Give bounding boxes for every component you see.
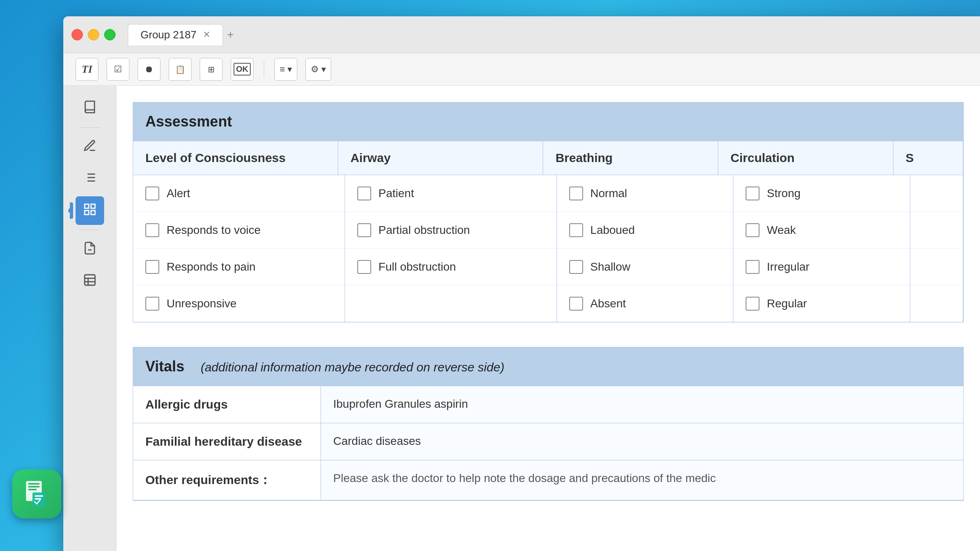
label-strong: Strong	[767, 187, 801, 200]
vitals-value-allergic[interactable]: Ibuprofen Granules aspirin	[321, 386, 963, 423]
col-headers-row: Level of Consciousness Airway Breathing …	[133, 141, 963, 175]
ok-tool-button[interactable]: OK	[231, 58, 254, 81]
vitals-subtitle: (additional information maybe recorded o…	[200, 360, 504, 374]
close-button[interactable]	[71, 29, 83, 40]
maximize-button[interactable]	[104, 29, 116, 40]
sidebar-item-book[interactable]	[76, 94, 104, 122]
doc-icon	[83, 241, 97, 258]
grid-icon	[83, 202, 97, 219]
checkbox-partial-obstruction[interactable]	[357, 223, 371, 237]
checkbox-tool-button[interactable]: ☑	[107, 58, 129, 81]
vitals-label-other: Other requirements：	[133, 460, 321, 500]
label-normal: Normal	[590, 187, 627, 200]
checkbox-absent[interactable]	[569, 297, 583, 311]
svg-rect-9	[85, 210, 89, 214]
list-item: Weak	[733, 212, 909, 249]
tab-close-button[interactable]: ✕	[203, 29, 210, 40]
checkbox-irregular[interactable]	[746, 260, 760, 274]
list-item-s2	[910, 212, 963, 249]
vitals-value-hereditary[interactable]: Cardiac diseases	[321, 423, 963, 460]
label-weak: Weak	[767, 224, 796, 237]
svg-rect-6	[85, 204, 89, 208]
book-icon	[83, 100, 97, 117]
tab-title: Group 2187	[140, 29, 196, 41]
minimize-button[interactable]	[88, 29, 99, 40]
label-patient: Patient	[379, 187, 414, 200]
list-item: Regular	[733, 285, 909, 322]
label-shallow: Shallow	[590, 260, 630, 273]
checkbox-unresponsive[interactable]	[145, 297, 159, 311]
sidebar-item-grid[interactable]	[76, 196, 104, 225]
col-header-circulation: Circulation	[718, 141, 893, 175]
list-item: Absent	[557, 285, 733, 322]
settings-tool-dropdown[interactable]: ⚙ ▾	[305, 58, 331, 81]
col-circulation-data: Strong Weak Irregular Regular	[733, 175, 910, 322]
sidebar-item-list[interactable]	[76, 164, 104, 193]
label-responds-voice: Responds to voice	[167, 224, 261, 237]
layout-tool-button[interactable]: ⊞	[200, 58, 223, 81]
list-item-s4	[910, 285, 963, 322]
active-tab[interactable]: Group 2187 ✕	[128, 24, 223, 45]
active-indicator	[68, 208, 73, 213]
label-full-obstruction: Full obstruction	[379, 260, 456, 273]
checkbox-weak[interactable]	[746, 223, 760, 237]
label-partial-obstruction: Partial obstruction	[379, 224, 470, 237]
form-tool-button[interactable]: 📋	[169, 58, 192, 81]
checkbox-patient[interactable]	[357, 187, 371, 200]
list-item: Responds to pain	[133, 249, 345, 285]
new-tab-button[interactable]: +	[227, 28, 234, 41]
col-header-breathing: Breathing	[543, 141, 718, 175]
checkbox-laboued[interactable]	[569, 223, 583, 237]
checkbox-shallow[interactable]	[569, 260, 583, 274]
checkbox-normal[interactable]	[569, 187, 583, 200]
vitals-header: Vitals (additional information maybe rec…	[133, 347, 963, 386]
record-tool-icon: ⏺	[145, 64, 154, 75]
checkbox-responds-pain[interactable]	[145, 260, 159, 274]
checkbox-alert[interactable]	[145, 187, 159, 200]
col-s-data	[910, 175, 963, 322]
sidebar-sep-2	[80, 230, 100, 230]
toolbar-separator-1	[264, 61, 264, 78]
svg-rect-7	[91, 204, 95, 208]
checkbox-full-obstruction[interactable]	[357, 260, 371, 274]
label-irregular: Irregular	[767, 260, 809, 273]
label-absent: Absent	[590, 297, 626, 310]
list-item: Irregular	[733, 249, 909, 285]
layout-tool-icon: ⊞	[208, 64, 215, 74]
list-item: Shallow	[557, 249, 733, 285]
sidebar-item-highlight[interactable]	[76, 133, 104, 161]
title-bar: Group 2187 ✕ +	[63, 16, 980, 53]
list-item: Patient	[345, 175, 557, 212]
vitals-row-hereditary: Familial hereditary disease Cardiac dise…	[133, 423, 963, 460]
label-unresponsive: Unresponsive	[167, 297, 236, 310]
dropdown-arrow: ▾	[287, 64, 292, 75]
text-tool-button[interactable]: TI	[76, 58, 98, 81]
list-item: Normal	[557, 175, 733, 212]
vitals-section: Vitals (additional information maybe rec…	[133, 347, 964, 501]
text-tool-icon: TI	[82, 63, 92, 76]
vitals-title: Vitals	[145, 358, 184, 375]
list-tool-dropdown[interactable]: ≡ ▾	[274, 58, 297, 81]
toolbar: TI ☑ ⏺ 📋 ⊞ OK ≡ ▾ ⚙ ▾	[63, 53, 980, 86]
vitals-value-other[interactable]: Please ask the doctor to help note the d…	[321, 460, 963, 500]
record-tool-button[interactable]: ⏺	[138, 58, 160, 81]
checkbox-responds-voice[interactable]	[145, 223, 159, 237]
list-item: Unresponsive	[133, 285, 345, 322]
checkbox-strong[interactable]	[746, 187, 760, 200]
col-level-data: Alert Responds to voice Responds to pain	[133, 175, 345, 322]
assessment-header: Assessment	[133, 102, 963, 141]
list-item-s3	[910, 249, 963, 285]
ok-tool-icon: OK	[234, 63, 251, 76]
label-alert: Alert	[167, 187, 190, 200]
sidebar-item-table[interactable]	[76, 267, 104, 295]
vitals-label-hereditary: Familial hereditary disease	[133, 423, 321, 460]
app-icon[interactable]	[12, 469, 61, 518]
window: Group 2187 ✕ + TI ☑ ⏺ 📋 ⊞ OK ≡ ▾	[63, 16, 980, 551]
content-area: Assessment Level of Consciousness Airway…	[116, 86, 980, 551]
vitals-row-other: Other requirements： Please ask the docto…	[133, 460, 963, 500]
checkbox-regular[interactable]	[746, 297, 760, 311]
sidebar-sep-1	[80, 127, 100, 128]
table-rows: Alert Responds to voice Responds to pain	[133, 175, 963, 322]
list-item: Laboued	[557, 212, 733, 249]
sidebar-item-doc[interactable]	[76, 235, 104, 264]
